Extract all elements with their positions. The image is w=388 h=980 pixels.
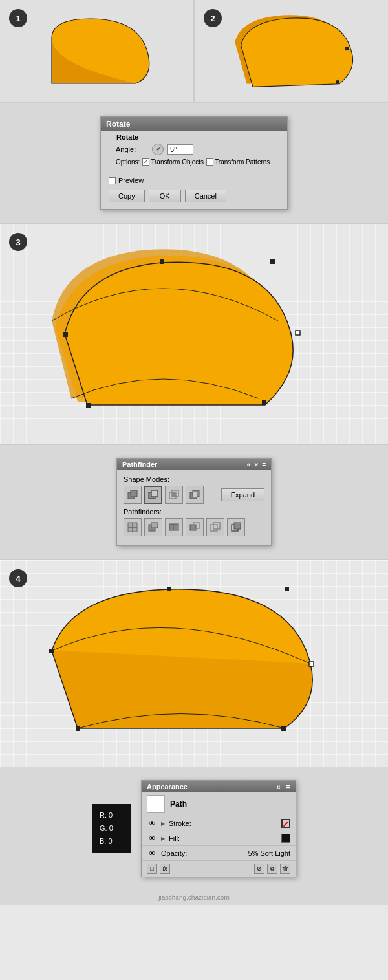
- close-icon[interactable]: ×: [254, 461, 258, 468]
- angle-label: Angle:: [116, 146, 148, 153]
- fill-eye-icon[interactable]: 👁: [147, 833, 157, 844]
- stroke-label: Stroke:: [169, 820, 277, 827]
- transform-patterns-label: Transform Patterns: [215, 158, 270, 166]
- svg-rect-35: [309, 662, 314, 666]
- transform-objects-checkbox[interactable]: Transform Objects: [142, 158, 204, 166]
- rotate-dialog-title: Rotate: [106, 120, 130, 129]
- step-4-svg: [39, 580, 349, 748]
- svg-rect-7: [262, 400, 266, 405]
- appearance-title: Appearance: [147, 783, 188, 790]
- fill-expand-icon[interactable]: ▶: [161, 836, 165, 842]
- step-2-shape: [227, 12, 356, 90]
- ok-button[interactable]: OK: [149, 190, 181, 202]
- color-g: G: 0: [100, 822, 123, 835]
- pathfinder-titlebar: Pathfinder « × =: [117, 459, 271, 470]
- step-1-badge: 1: [9, 9, 27, 27]
- preview-row: Preview: [109, 177, 279, 184]
- fill-label: Fill:: [169, 834, 277, 842]
- outline-button[interactable]: [206, 518, 224, 536]
- appearance-swatch-row: Path: [142, 792, 296, 816]
- appearance-footer: □ fx ⊘ ⧉ 🗑: [142, 861, 296, 877]
- rotate-dialog-titlebar: Rotate: [101, 117, 287, 131]
- pathfinder-title: Pathfinder: [122, 461, 157, 468]
- opacity-eye-icon[interactable]: 👁: [147, 848, 157, 858]
- merge-button[interactable]: [165, 518, 183, 536]
- transform-patterns-checkbox[interactable]: Transform Patterns: [206, 158, 270, 166]
- angle-circle-icon: [152, 144, 164, 155]
- svg-rect-6: [296, 331, 300, 335]
- minus-front-button[interactable]: [144, 486, 162, 504]
- fill-swatch: [281, 834, 290, 843]
- options-label: Options:: [116, 158, 140, 166]
- collapse-icon[interactable]: «: [247, 461, 251, 468]
- svg-rect-38: [49, 649, 54, 653]
- exclude-button[interactable]: [186, 486, 204, 504]
- angle-input[interactable]: 5°: [167, 144, 193, 155]
- svg-rect-5: [270, 259, 275, 264]
- svg-rect-19: [193, 492, 197, 497]
- step-4-shape-container: [13, 573, 375, 754]
- opacity-label: Opacity:: [161, 849, 244, 857]
- options-row: Options: Transform Objects Transform Pat…: [116, 158, 272, 166]
- copy-item-icon[interactable]: ⧉: [267, 864, 277, 874]
- menu-icon[interactable]: =: [262, 461, 266, 468]
- rotate-dialog-section: Rotate Rotate Angle: 5° Options: Transfo…: [0, 103, 388, 224]
- svg-rect-34: [285, 587, 289, 591]
- appearance-white-swatch: [147, 795, 165, 813]
- svg-rect-37: [76, 726, 80, 731]
- delete-icon[interactable]: ⊘: [254, 864, 264, 874]
- step-2-cell: 2: [195, 0, 388, 102]
- intersect-button[interactable]: [165, 486, 183, 504]
- appearance-menu-icon[interactable]: =: [286, 783, 290, 790]
- step-3-svg: [32, 243, 356, 424]
- stroke-eye-icon[interactable]: 👁: [147, 818, 157, 829]
- dialog-buttons: Copy OK Cancel: [109, 190, 279, 202]
- pathfinder-panel: Pathfinder « × = Shape Modes:: [116, 458, 272, 546]
- step-4-section: 4: [0, 560, 388, 767]
- svg-rect-36: [281, 726, 286, 731]
- crop-button[interactable]: [186, 518, 204, 536]
- add-new-icon[interactable]: □: [147, 864, 157, 874]
- transform-objects-cb[interactable]: [142, 158, 149, 166]
- step-1-shape: [39, 12, 155, 90]
- stroke-row: 👁 ▶ Stroke:: [142, 816, 296, 831]
- fx-icon[interactable]: fx: [160, 864, 170, 874]
- color-b: B: 0: [100, 835, 123, 848]
- step-1-cell: 1: [0, 0, 195, 102]
- opacity-row: 👁 Opacity: 5% Soft Light: [142, 846, 296, 861]
- appearance-path-label: Path: [170, 800, 187, 809]
- stroke-swatch: [281, 819, 290, 828]
- svg-rect-4: [160, 259, 164, 264]
- minus-back-button[interactable]: [227, 518, 245, 536]
- pathfinder-titlebar-icons: « × =: [247, 461, 266, 468]
- shape-modes-label: Shape Modes:: [124, 475, 264, 483]
- transform-objects-label: Transform Objects: [151, 158, 204, 166]
- trim-button[interactable]: [144, 518, 162, 536]
- pathfinders-icons: [124, 518, 264, 536]
- transform-patterns-cb[interactable]: [206, 158, 213, 166]
- svg-rect-25: [169, 524, 178, 530]
- appearance-titlebar: Appearance « =: [142, 781, 296, 792]
- angle-row: Angle: 5°: [116, 144, 272, 155]
- step-2-badge: 2: [204, 9, 222, 27]
- preview-cb[interactable]: [109, 177, 116, 184]
- shape-modes-icons: Expand: [124, 486, 264, 504]
- appearance-panel-section: R: 0 G: 0 B: 0 Appearance « = Path 👁 ▶ S…: [0, 767, 388, 890]
- svg-rect-0: [345, 47, 349, 51]
- appearance-titlebar-icons: « =: [276, 783, 290, 790]
- appearance-panel: Appearance « = Path 👁 ▶ Stroke: 👁 ▶ Fill…: [141, 780, 296, 877]
- appearance-collapse-icon[interactable]: «: [276, 783, 280, 790]
- stroke-slash: [283, 822, 288, 827]
- copy-button[interactable]: Copy: [109, 190, 145, 202]
- cancel-button[interactable]: Cancel: [185, 190, 226, 202]
- divide-button[interactable]: [124, 518, 142, 536]
- pathfinder-body: Shape Modes: Expand: [117, 470, 271, 545]
- svg-rect-32: [234, 523, 241, 529]
- trash-icon[interactable]: 🗑: [280, 864, 290, 874]
- stroke-expand-icon[interactable]: ▶: [161, 821, 165, 827]
- expand-button[interactable]: Expand: [221, 488, 264, 501]
- unite-button[interactable]: [124, 486, 142, 504]
- step-3-shape-container: [13, 237, 375, 431]
- step-4-badge: 4: [9, 569, 27, 587]
- rotate-dialog-body: Rotate Angle: 5° Options: Transform Obje…: [101, 131, 287, 209]
